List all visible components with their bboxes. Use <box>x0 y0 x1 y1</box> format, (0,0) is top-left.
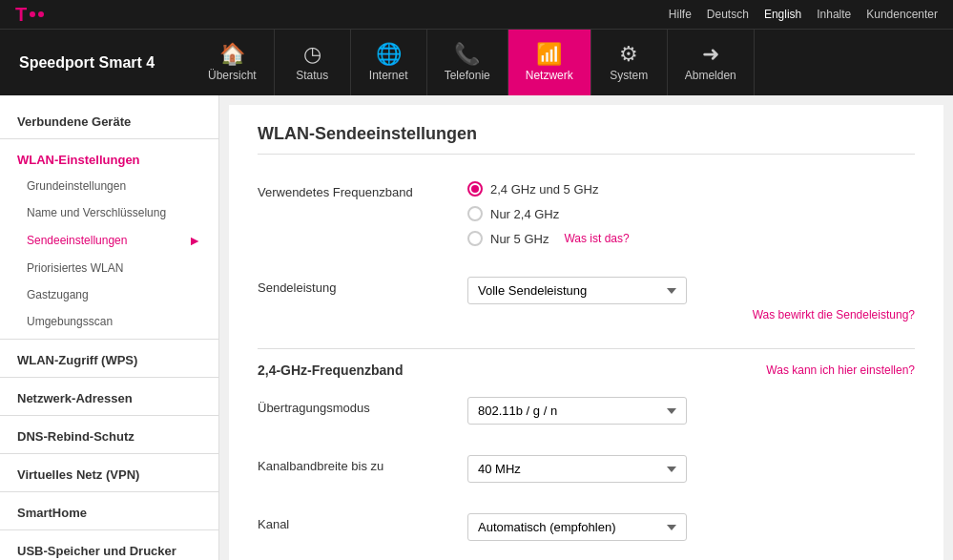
telekom-logo: T <box>15 4 44 26</box>
main-content: WLAN-Sendeeinstellungen Verwendetes Freq… <box>229 105 943 560</box>
nav-abmelden[interactable]: ➜ Abmelden <box>668 30 755 95</box>
form-row-sendeleistung: Sendeleistung Volle Sendeleistung Mittle… <box>258 269 915 329</box>
kanalbandbreite-select[interactable]: 40 MHz 20 MHz <box>467 455 687 483</box>
radio-both-input[interactable] <box>467 181 483 197</box>
header-brand: Speedport Smart 4 <box>0 30 191 95</box>
divider-1 <box>0 138 218 139</box>
sendeeinstellungen-label: Sendeeinstellungen <box>27 234 127 247</box>
radio-24only-label: Nur 2,4 GHz <box>490 207 559 221</box>
form-row-kanalbandbreite: Kanalbandbreite bis zu 40 MHz 20 MHz <box>258 447 915 490</box>
sidebar-subitem-priorisiertes-wlan[interactable]: Priorisiertes WLAN <box>0 255 218 281</box>
sendeleistung-select[interactable]: Volle Sendeleistung Mittlere Sendeleistu… <box>467 277 687 304</box>
nav-internet[interactable]: 🌐 Internet <box>351 30 427 95</box>
nav-deutsch[interactable]: Deutsch <box>707 8 749 21</box>
divider-5 <box>0 453 218 454</box>
radio-5only-input[interactable] <box>467 231 483 246</box>
radio-both[interactable]: 2,4 GHz und 5 GHz <box>467 181 915 197</box>
sidebar-item-usb-speicher[interactable]: USB-Speicher und Drucker <box>0 534 218 560</box>
kanalbandbreite-label: Kanalbandbreite bis zu <box>258 455 467 473</box>
page-content: Verbundene Geräte WLAN-Einstellungen Gru… <box>0 95 953 560</box>
frequenzband-radio-group: 2,4 GHz und 5 GHz Nur 2,4 GHz Nur 5 GHz … <box>467 181 915 246</box>
nav-uebersicht[interactable]: 🏠 Übersicht <box>191 30 275 95</box>
sidebar-subitem-gastzugang[interactable]: Gastzugang <box>0 281 218 308</box>
uebertragungsmodus-control: 802.11b / g / n 802.11g / n 802.11n <box>467 397 915 425</box>
sidebar-subitem-umgebungsscan[interactable]: Umgebungsscan <box>0 308 218 335</box>
sendeleistung-help-link[interactable]: Was bewirkt die Sendeleistung? <box>467 308 915 321</box>
sidebar-subitem-grundeinstellungen[interactable]: Grundeinstellungen <box>0 173 218 199</box>
sidebar-subitem-sendeeinstellungen[interactable]: Sendeeinstellungen ► <box>0 226 218 255</box>
band-24-help-link[interactable]: Was kann ich hier einstellen? <box>766 363 915 377</box>
radio-both-label: 2,4 GHz und 5 GHz <box>490 182 598 197</box>
nav-uebersicht-label: Übersicht <box>208 69 257 82</box>
radio-24only-input[interactable] <box>467 206 483 221</box>
top-bar-nav: Hilfe Deutsch English Inhalte Kundencent… <box>669 8 938 21</box>
nav-items: 🏠 Übersicht ◷ Status 🌐 Internet 📞 Telefo… <box>191 30 953 95</box>
sidebar-item-dns-rebind-schutz[interactable]: DNS-Rebind-Schutz <box>0 420 218 449</box>
nav-hilfe[interactable]: Hilfe <box>669 8 692 21</box>
divider-6 <box>0 491 218 492</box>
nav-netzwerk[interactable]: 📶 Netzwerk <box>508 30 591 95</box>
system-icon: ⚙ <box>619 44 638 65</box>
radio-5only-label: Nur 5 GHz <box>490 232 549 246</box>
was-ist-das-link[interactable]: Was ist das? <box>564 232 629 245</box>
sidebar-item-verbundene-geraete[interactable]: Verbundene Geräte <box>0 105 218 135</box>
band-24-section-header: 2,4-GHz-Frequenzband Was kann ich hier e… <box>258 348 915 378</box>
nav-kundencenter[interactable]: Kundencenter <box>866 8 938 21</box>
nav-system-label: System <box>610 69 648 82</box>
top-bar: T Hilfe Deutsch English Inhalte Kundence… <box>0 0 953 29</box>
kanal-label: Kanal <box>258 513 467 531</box>
radio-5only[interactable]: Nur 5 GHz Was ist das? <box>467 231 915 246</box>
sidebar: Verbundene Geräte WLAN-Einstellungen Gru… <box>0 95 219 560</box>
sidebar-item-netzwerk-adressen[interactable]: Netzwerk-Adressen <box>0 382 218 411</box>
form-row-kanal: Kanal Automatisch (empfohlen) 1 6 11 <box>258 506 915 549</box>
kanalbandbreite-control: 40 MHz 20 MHz <box>467 455 915 483</box>
divider-2 <box>0 339 218 340</box>
sendeleistung-control: Volle Sendeleistung Mittlere Sendeleistu… <box>467 277 915 321</box>
page-title: WLAN-Sendeeinstellungen <box>258 124 915 155</box>
form-row-uebertragungsmodus: Übertragungsmodus 802.11b / g / n 802.11… <box>258 389 915 432</box>
nav-abmelden-label: Abmelden <box>685 69 736 82</box>
internet-icon: 🌐 <box>376 44 402 65</box>
frequenzband-control: 2,4 GHz und 5 GHz Nur 2,4 GHz Nur 5 GHz … <box>467 181 915 246</box>
sidebar-subitem-name-verschluesselung[interactable]: Name und Verschlüsselung <box>0 199 218 226</box>
divider-3 <box>0 377 218 378</box>
kanal-select[interactable]: Automatisch (empfohlen) 1 6 11 <box>467 513 687 541</box>
header: Speedport Smart 4 🏠 Übersicht ◷ Status 🌐… <box>0 29 953 95</box>
telekom-t-letter: T <box>15 4 27 26</box>
abmelden-icon: ➜ <box>702 44 719 65</box>
uebertragungsmodus-label: Übertragungsmodus <box>258 397 467 415</box>
divider-4 <box>0 415 218 416</box>
chevron-right-icon: ► <box>188 233 201 248</box>
nav-internet-label: Internet <box>369 69 408 82</box>
nav-telefonie-label: Telefonie <box>445 69 490 82</box>
nav-inhalte[interactable]: Inhalte <box>817 8 851 21</box>
radio-24only[interactable]: Nur 2,4 GHz <box>467 206 915 221</box>
status-icon: ◷ <box>303 44 321 65</box>
dot-1 <box>30 11 35 17</box>
uebersicht-icon: 🏠 <box>219 44 245 65</box>
dot-2 <box>38 11 44 17</box>
sendeleistung-label: Sendeleistung <box>258 277 467 295</box>
sidebar-item-wlan-einstellungen[interactable]: WLAN-Einstellungen <box>0 143 218 173</box>
form-row-frequenzband: Verwendetes Frequenzband 2,4 GHz und 5 G… <box>258 174 915 254</box>
frequenzband-label: Verwendetes Frequenzband <box>258 181 467 199</box>
telekom-dots <box>30 11 44 17</box>
sidebar-item-virtuelles-netz[interactable]: Virtuelles Netz (VPN) <box>0 458 218 487</box>
nav-system[interactable]: ⚙ System <box>591 30 668 95</box>
nav-telefonie[interactable]: 📞 Telefonie <box>427 30 508 95</box>
divider-7 <box>0 529 218 530</box>
sidebar-item-wlan-zugriff[interactable]: WLAN-Zugriff (WPS) <box>0 343 218 373</box>
band-24-title: 2,4-GHz-Frequenzband <box>258 363 403 378</box>
kanal-control: Automatisch (empfohlen) 1 6 11 <box>467 513 915 541</box>
sidebar-item-smarthome[interactable]: SmartHome <box>0 496 218 526</box>
nav-status[interactable]: ◷ Status <box>275 30 351 95</box>
netzwerk-icon: 📶 <box>536 44 562 65</box>
nav-netzwerk-label: Netzwerk <box>526 69 573 82</box>
nav-status-label: Status <box>296 69 328 82</box>
telefonie-icon: 📞 <box>454 44 480 65</box>
nav-english[interactable]: English <box>764 8 801 21</box>
uebertragungsmodus-select[interactable]: 802.11b / g / n 802.11g / n 802.11n <box>467 397 687 425</box>
